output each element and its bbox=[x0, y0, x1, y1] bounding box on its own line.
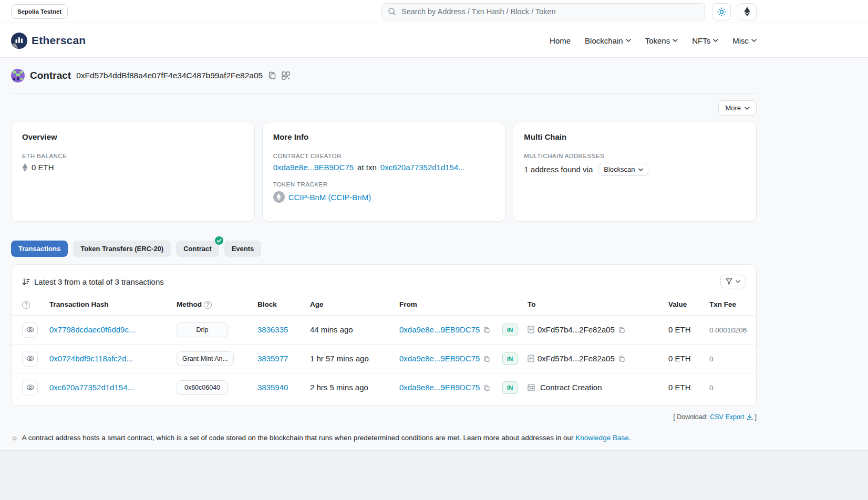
tab-events[interactable]: Events bbox=[224, 241, 262, 257]
txn-hash-link[interactable]: 0xc620a77352d1d154... bbox=[49, 383, 134, 392]
filter-button[interactable] bbox=[720, 275, 746, 288]
nav-item-blockchain[interactable]: Blockchain bbox=[585, 36, 631, 45]
eye-preview-button[interactable] bbox=[22, 322, 38, 338]
to-address: Contract Creation bbox=[540, 383, 602, 392]
header-divider bbox=[11, 93, 757, 93]
token-tracker-link[interactable]: CCIP-BnM (CCIP-BnM) bbox=[288, 193, 371, 202]
copy-icon[interactable] bbox=[618, 327, 625, 334]
copy-address-icon[interactable] bbox=[268, 71, 276, 80]
more-info-card-title: More Info bbox=[273, 132, 495, 141]
overview-card-title: Overview bbox=[22, 132, 244, 141]
sort-descending-icon bbox=[22, 278, 30, 286]
blockscan-provider-button[interactable]: Blockscan bbox=[598, 163, 648, 176]
column-header-fee[interactable]: Txn Fee bbox=[705, 295, 756, 315]
nav-item-tokens[interactable]: Tokens bbox=[645, 36, 678, 45]
token-logo-icon bbox=[273, 191, 285, 203]
from-address-link[interactable]: 0xda9e8e...9EB9DC75 bbox=[399, 354, 480, 363]
column-header-age[interactable]: Age bbox=[306, 295, 395, 315]
method-badge: 0x60c06040 bbox=[177, 380, 228, 395]
eth-balance-value: 0 ETH bbox=[32, 163, 54, 172]
age-text: 2 hrs 5 mins ago bbox=[310, 383, 368, 392]
value-text: 0 ETH bbox=[668, 383, 691, 392]
copy-icon[interactable] bbox=[483, 384, 490, 391]
help-icon[interactable]: ? bbox=[204, 301, 212, 309]
help-icon[interactable]: ? bbox=[22, 301, 30, 309]
creator-separator: at txn bbox=[357, 163, 377, 172]
multichain-found-text: 1 address found via bbox=[524, 165, 593, 174]
csv-export-link[interactable]: CSV Export bbox=[710, 413, 752, 421]
transactions-table: ? Transaction Hash Method ? Block Age Fr… bbox=[12, 295, 756, 402]
search-icon bbox=[388, 7, 396, 16]
block-link[interactable]: 3835977 bbox=[257, 354, 288, 363]
creator-address-link[interactable]: 0xda9e8e...9EB9DC75 bbox=[273, 163, 354, 172]
etherscan-logo-icon bbox=[11, 33, 27, 49]
eye-preview-button[interactable] bbox=[22, 351, 38, 367]
direction-badge: IN bbox=[502, 352, 518, 365]
multichain-card: Multi Chain MULTICHAIN ADDRESSES 1 addre… bbox=[513, 122, 757, 222]
more-button[interactable]: More bbox=[718, 100, 757, 116]
network-badge[interactable]: Sepolia Testnet bbox=[11, 4, 68, 19]
copy-icon[interactable] bbox=[483, 327, 490, 334]
etherscan-logo[interactable]: Etherscan bbox=[11, 33, 86, 49]
copy-icon[interactable] bbox=[483, 356, 490, 362]
qr-code-icon[interactable] bbox=[282, 71, 290, 80]
multichain-card-title: Multi Chain bbox=[524, 132, 746, 141]
token-tracker-label: TOKEN TRACKER bbox=[273, 181, 495, 188]
eth-diamond-icon bbox=[22, 163, 28, 172]
column-header-hash: Transaction Hash bbox=[45, 295, 172, 315]
chevron-down-icon bbox=[713, 39, 718, 42]
nav-menu: Home Blockchain Tokens NFTs Misc bbox=[550, 36, 757, 45]
transaction-row: 0x0724bdf9c118afc2d... Grant Mint An... … bbox=[12, 344, 756, 373]
top-bar: Sepolia Testnet bbox=[0, 0, 868, 23]
from-address-link[interactable]: 0xda9e8e...9EB9DC75 bbox=[399, 325, 480, 334]
main-navbar: Etherscan Home Blockchain Tokens NFTs Mi… bbox=[0, 23, 868, 58]
eth-balance-label: ETH BALANCE bbox=[22, 153, 244, 159]
download-prefix: [ Download: bbox=[673, 413, 708, 421]
chevron-down-icon bbox=[673, 39, 678, 42]
note-suffix: . bbox=[629, 434, 631, 442]
tab-bar: Transactions Token Transfers (ERC-20) Co… bbox=[11, 241, 757, 257]
search-input[interactable] bbox=[400, 7, 699, 16]
transaction-row: 0xc620a77352d1d154... 0x60c06040 3835940… bbox=[12, 373, 756, 402]
contract-info-note: ☼ A contract address hosts a smart contr… bbox=[11, 433, 757, 443]
copy-icon[interactable] bbox=[618, 356, 625, 362]
column-header-method: Method bbox=[177, 300, 202, 308]
column-header-to: To bbox=[523, 295, 664, 315]
network-switch-button[interactable] bbox=[738, 3, 757, 20]
txn-hash-link[interactable]: 0x7798dcdaec0f6dd9c... bbox=[49, 325, 135, 334]
ethereum-icon bbox=[744, 7, 750, 16]
table-header-row: ? Transaction Hash Method ? Block Age Fr… bbox=[12, 295, 756, 315]
fee-text: 0 bbox=[709, 355, 714, 363]
transactions-panel: Latest 3 from a total of 3 transactions … bbox=[11, 264, 757, 406]
download-suffix: ] bbox=[755, 413, 757, 421]
tab-contract[interactable]: Contract bbox=[176, 241, 219, 257]
chevron-down-icon bbox=[745, 107, 750, 110]
txn-hash-link[interactable]: 0x0724bdf9c118afc2d... bbox=[49, 354, 133, 363]
contract-avatar bbox=[11, 69, 25, 82]
knowledge-base-link[interactable]: Knowledge Base bbox=[575, 434, 628, 442]
block-link[interactable]: 3835940 bbox=[257, 383, 288, 392]
to-address: 0xFd57b4...2Fe82a05 bbox=[538, 354, 615, 363]
eye-preview-button[interactable] bbox=[22, 380, 38, 395]
tab-token-transfers[interactable]: Token Transfers (ERC-20) bbox=[73, 241, 171, 257]
filter-funnel-icon bbox=[726, 278, 732, 285]
from-address-link[interactable]: 0xda9e8e...9EB9DC75 bbox=[399, 383, 480, 392]
search-box[interactable] bbox=[381, 3, 705, 20]
value-text: 0 ETH bbox=[668, 325, 691, 334]
page-footer bbox=[0, 450, 868, 500]
download-icon bbox=[747, 414, 753, 420]
theme-toggle-button[interactable] bbox=[712, 3, 731, 20]
transactions-summary: Latest 3 from a total of 3 transactions bbox=[34, 277, 164, 286]
overview-card: Overview ETH BALANCE 0 ETH bbox=[11, 122, 255, 222]
tab-transactions[interactable]: Transactions bbox=[11, 241, 68, 257]
creation-txn-link[interactable]: 0xc620a77352d1d154... bbox=[380, 163, 465, 172]
nav-item-home[interactable]: Home bbox=[550, 36, 571, 45]
age-text: 44 mins ago bbox=[310, 325, 353, 334]
nav-item-misc[interactable]: Misc bbox=[732, 36, 757, 45]
nav-item-nfts[interactable]: NFTs bbox=[692, 36, 718, 45]
sun-icon bbox=[717, 7, 726, 16]
block-link[interactable]: 3836335 bbox=[257, 325, 288, 334]
contract-file-icon bbox=[528, 326, 534, 334]
contract-file-icon bbox=[528, 355, 534, 362]
column-header-value: Value bbox=[664, 295, 705, 315]
